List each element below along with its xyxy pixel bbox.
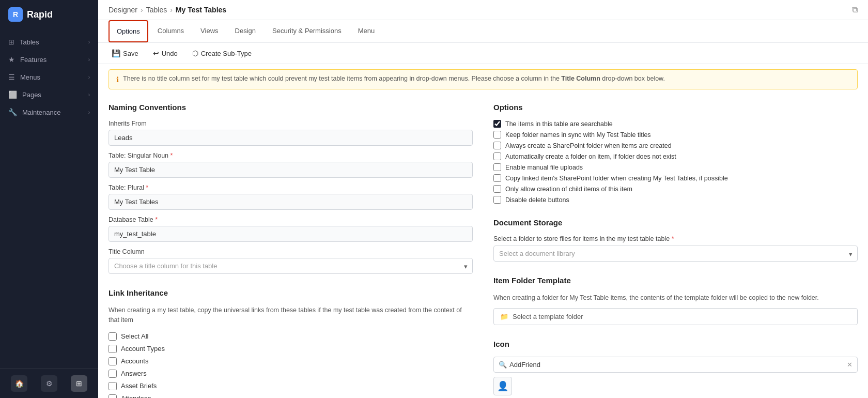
sidebar-footer: 🏠 ⚙ ⊞ <box>0 369 98 398</box>
checkbox-asset-briefs[interactable]: Asset Briefs <box>109 382 473 390</box>
option-disable-delete[interactable]: Disable delete buttons <box>493 196 858 204</box>
options-list: The items in this table are searchable K… <box>493 120 858 204</box>
sidebar-item-menus[interactable]: ☰ Menus › <box>0 68 98 86</box>
option-child-only[interactable]: Only allow creation of child items of th… <box>493 185 858 193</box>
chevron-right-icon: › <box>88 57 90 63</box>
save-icon: 💾 <box>112 49 120 57</box>
header: Designer › Tables › My Test Tables ⧉ <box>98 0 868 20</box>
title-column-label: Title Column <box>109 248 473 255</box>
database-table-label: Database Table * <box>109 216 473 223</box>
link-inheritance-section: Link Inheritance When creating a my test… <box>109 288 473 398</box>
logo: R Rapid <box>0 0 98 29</box>
folder-icon: 📁 <box>500 313 508 320</box>
sidebar-item-features[interactable]: ★ Features › <box>0 51 98 68</box>
features-icon: ★ <box>8 55 15 64</box>
breadcrumb: Designer › Tables › My Test Tables <box>109 6 226 14</box>
sidebar-nav: ⊞ Tables › ★ Features › ☰ Menus › ⬜ Page… <box>0 29 98 369</box>
checkbox-answers[interactable]: Answers <box>109 370 473 378</box>
checkbox-attendees[interactable]: Attendees <box>109 394 473 399</box>
icon-section: Icon 🔍 ✕ 👤 <box>493 340 858 395</box>
inherits-from-input[interactable] <box>109 130 473 146</box>
chevron-right-icon: › <box>88 39 90 45</box>
title-column-select[interactable]: Choose a title column for this table <box>109 258 473 274</box>
plural-input[interactable] <box>109 194 473 210</box>
logo-icon: R <box>8 7 23 22</box>
title-column-wrapper: Choose a title column for this table <box>109 258 473 274</box>
document-storage-section: Document Storage Select a folder to stor… <box>493 218 858 262</box>
grid-button[interactable]: ⊞ <box>71 375 87 392</box>
chevron-right-icon: › <box>88 74 90 80</box>
option-searchable[interactable]: The items in this table are searchable <box>493 120 858 128</box>
tab-options[interactable]: Options <box>109 20 148 42</box>
inherits-from-label: Inherits From <box>109 120 473 127</box>
checkbox-select-all[interactable]: Select All <box>109 332 473 341</box>
option-auto-folder[interactable]: Automatically create a folder on item, i… <box>493 152 858 160</box>
save-button[interactable]: 💾 Save <box>109 47 142 59</box>
toolbar: 💾 Save ↩ Undo ⬡ Create Sub-Type <box>98 43 868 64</box>
checkbox-accounts[interactable]: Accounts <box>109 357 473 365</box>
option-create-sharepoint[interactable]: Always create a SharePoint folder when i… <box>493 142 858 149</box>
icon-search-wrapper: 🔍 ✕ <box>493 357 858 373</box>
create-sub-type-button[interactable]: ⬡ Create Sub-Type <box>189 47 255 59</box>
chevron-right-icon: › <box>88 110 90 115</box>
checkbox-account-types[interactable]: Account Types <box>109 345 473 353</box>
breadcrumb-sep-2: › <box>170 6 173 14</box>
link-inheritance-list: Select All Account Types Accounts A <box>109 332 473 399</box>
icon-search-input[interactable] <box>493 357 858 373</box>
tab-security[interactable]: Security & Permissions <box>265 21 349 42</box>
right-column: Options The items in this table are sear… <box>493 103 858 398</box>
document-library-wrapper: Select a document library <box>493 246 858 262</box>
plural-label: Table: Plural * <box>109 184 473 191</box>
sidebar-item-tables[interactable]: ⊞ Tables › <box>0 33 98 51</box>
singular-noun-input[interactable] <box>109 162 473 178</box>
option-folder-names[interactable]: Keep folder names in sync with My Test T… <box>493 131 858 139</box>
tables-icon: ⊞ <box>8 38 14 46</box>
document-library-select[interactable]: Select a document library <box>493 246 858 262</box>
item-folder-template-section: Item Folder Template When creating a fol… <box>493 276 858 325</box>
two-column-layout: Naming Conventions Inherits From Table: … <box>109 103 858 398</box>
clear-icon[interactable]: ✕ <box>847 361 853 369</box>
option-copy-linked[interactable]: Copy linked item's SharePoint folder whe… <box>493 174 858 182</box>
sidebar-item-maintenance[interactable]: 🔧 Maintenance › <box>0 103 98 121</box>
chevron-right-icon: › <box>88 92 90 98</box>
naming-conventions-section: Naming Conventions Inherits From Table: … <box>109 103 473 274</box>
menus-icon: ☰ <box>8 73 15 81</box>
singular-noun-label: Table: Singular Noun * <box>109 152 473 159</box>
icon-preview: 👤 <box>493 377 858 395</box>
maintenance-icon: 🔧 <box>8 108 17 116</box>
tabs-bar: Options Columns Views Design Security & … <box>98 20 868 43</box>
tab-menu[interactable]: Menu <box>351 21 382 42</box>
create-icon: ⬡ <box>192 49 198 57</box>
option-manual-uploads[interactable]: Enable manual file uploads <box>493 163 858 171</box>
tab-views[interactable]: Views <box>193 21 225 42</box>
options-section: Options The items in this table are sear… <box>493 103 858 204</box>
home-button[interactable]: 🏠 <box>11 375 27 392</box>
main-content: Designer › Tables › My Test Tables ⧉ Opt… <box>98 0 868 398</box>
scroll-area: Naming Conventions Inherits From Table: … <box>98 95 868 398</box>
left-column: Naming Conventions Inherits From Table: … <box>109 103 473 398</box>
tab-design[interactable]: Design <box>228 21 263 42</box>
breadcrumb-sep-1: › <box>141 6 143 14</box>
warning-icon: ℹ <box>116 75 119 84</box>
undo-button[interactable]: ↩ Undo <box>150 47 181 59</box>
tab-columns[interactable]: Columns <box>150 21 191 42</box>
sidebar-item-pages[interactable]: ⬜ Pages › <box>0 86 98 103</box>
undo-icon: ↩ <box>153 49 159 57</box>
warning-banner: ℹ There is no title column set for my te… <box>109 69 858 89</box>
pages-icon: ⬜ <box>8 90 17 99</box>
window-icon[interactable]: ⧉ <box>852 5 858 14</box>
select-template-folder-button[interactable]: 📁 Select a template folder <box>493 308 858 325</box>
database-table-input[interactable] <box>109 226 473 242</box>
icon-preview-box: 👤 <box>493 377 512 395</box>
search-icon: 🔍 <box>499 361 507 369</box>
settings-button[interactable]: ⚙ <box>41 375 57 392</box>
sidebar: R Rapid ⊞ Tables › ★ Features › ☰ Menus … <box>0 0 98 398</box>
